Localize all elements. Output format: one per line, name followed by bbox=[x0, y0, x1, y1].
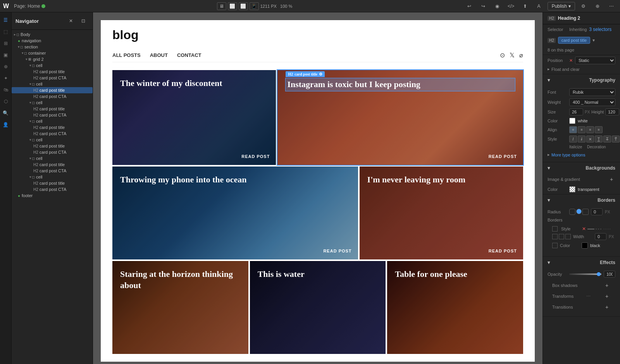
card-room[interactable]: I'm never leaving my room READ POST bbox=[360, 167, 523, 259]
rp-font-select[interactable]: Rubik bbox=[569, 88, 615, 96]
more-btn[interactable]: ⋯ bbox=[606, 1, 617, 12]
close-navigator-btn[interactable]: ✕ bbox=[65, 15, 76, 26]
undo-btn[interactable]: ↩ bbox=[464, 1, 475, 12]
rp-border-sel-horiz[interactable] bbox=[559, 234, 564, 239]
rp-italic-btn[interactable]: I bbox=[569, 136, 577, 143]
rp-strikethrough-btn[interactable]: T bbox=[603, 136, 611, 143]
rp-more-type-link[interactable]: More type options bbox=[551, 153, 585, 157]
rp-size-input[interactable] bbox=[569, 108, 583, 115]
tree-item-cell3-cta[interactable]: H2 card post CTA bbox=[12, 112, 93, 118]
ecommerce-btn[interactable]: A bbox=[534, 1, 544, 12]
card-winter-cta[interactable]: READ POST bbox=[241, 154, 270, 159]
tree-item-cell4-title[interactable]: H2 card post title bbox=[12, 124, 93, 130]
card-room-cta[interactable]: READ POST bbox=[489, 249, 517, 253]
activity-btn[interactable]: ⊕ bbox=[592, 1, 603, 12]
rp-height-input[interactable] bbox=[605, 108, 619, 115]
rp-add-bg-btn[interactable]: + bbox=[608, 175, 615, 183]
rp-selectors-link[interactable]: 3 selectors bbox=[589, 27, 611, 32]
tree-item-cell6-title[interactable]: H2 card post title bbox=[12, 161, 93, 168]
instagram-icon[interactable]: ⊙ bbox=[500, 52, 505, 59]
tree-item-cell7[interactable]: ▾ □ cell bbox=[12, 174, 93, 180]
cms-icon[interactable]: ⊞ bbox=[1, 39, 10, 48]
rp-bg-color-swatch[interactable] bbox=[569, 186, 575, 192]
rp-border-sel-all[interactable] bbox=[552, 234, 558, 239]
rp-underline-btn[interactable]: T bbox=[595, 136, 603, 143]
rp-radius-icon-mixed[interactable] bbox=[582, 209, 589, 215]
tree-item-navigation[interactable]: ● navigation bbox=[12, 38, 93, 44]
rp-transforms-more-btn[interactable]: ⋯ bbox=[586, 294, 591, 299]
rp-position-x[interactable]: ✕ bbox=[569, 58, 573, 63]
tree-item-cell1-title[interactable]: H2 card post title bbox=[12, 69, 93, 75]
rp-selected-class[interactable]: card post title bbox=[558, 37, 590, 44]
desktop-viewport-btn[interactable]: 🖥 bbox=[217, 2, 226, 10]
nav-about[interactable]: ABOUT bbox=[150, 52, 168, 58]
rp-opacity-thumb[interactable] bbox=[597, 272, 601, 276]
rp-color-swatch[interactable] bbox=[569, 118, 575, 124]
canvas-area[interactable]: blog ALL POSTS ABOUT CONTACT ⊙ 𝕏 ⌀ The w… bbox=[93, 12, 542, 364]
rp-add-transition-btn[interactable]: + bbox=[603, 303, 611, 311]
rp-weight-select[interactable]: 400 _ Normal bbox=[569, 98, 615, 106]
rp-effects-header[interactable]: ▾ Effects bbox=[543, 257, 620, 268]
tree-item-cell2[interactable]: ▾ □ cell bbox=[12, 81, 93, 87]
rp-cross-btn[interactable]: ✕ bbox=[586, 136, 594, 143]
tree-item-cell7-cta[interactable]: H2 card post CTA bbox=[12, 186, 93, 192]
ecom-icon[interactable]: 🛍 bbox=[1, 85, 10, 94]
tree-item-cell4-cta[interactable]: H2 card post CTA bbox=[12, 130, 93, 137]
card-instagram[interactable]: H2 card post title ⚙ Instagram is toxic … bbox=[277, 70, 523, 165]
tree-item-cell3[interactable]: ▾ □ cell bbox=[12, 100, 93, 106]
rp-border-box-all[interactable] bbox=[552, 226, 558, 232]
align-left-btn[interactable]: ≡ bbox=[569, 126, 577, 133]
components-icon[interactable]: ⊕ bbox=[1, 62, 10, 71]
rp-border-x-btn[interactable]: ✕ bbox=[582, 226, 586, 232]
navigator-icon[interactable]: ☰ bbox=[1, 15, 10, 25]
align-center-btn[interactable]: ≡ bbox=[578, 126, 586, 133]
tree-item-cell5[interactable]: ▾ □ cell bbox=[12, 137, 93, 143]
share-btn[interactable]: ⬆ bbox=[520, 1, 530, 12]
tree-item-cell5-cta[interactable]: H2 card post CTA bbox=[12, 149, 93, 155]
mobile-viewport-btn[interactable]: 📱 bbox=[250, 2, 259, 10]
rp-radius-icon-all[interactable] bbox=[569, 209, 575, 215]
card-phone[interactable]: Throwing my phone into the ocean READ PO… bbox=[112, 167, 358, 259]
rp-borders-header[interactable]: ▾ Borders bbox=[543, 194, 620, 206]
rp-radius-icon-circle[interactable] bbox=[576, 209, 582, 214]
tree-item-section[interactable]: ▾ □ section bbox=[12, 44, 93, 50]
tree-item-grid2[interactable]: ▾ ⊞ grid 2 bbox=[12, 56, 93, 62]
card-table[interactable]: Table for one please bbox=[387, 261, 523, 354]
tree-item-cell6-cta[interactable]: H2 card post CTA bbox=[12, 168, 93, 174]
tree-item-cell1-cta[interactable]: H2 card post CTA bbox=[12, 75, 93, 81]
rp-border-sel-vert[interactable] bbox=[565, 234, 571, 239]
github-icon[interactable]: ⌀ bbox=[519, 52, 523, 59]
logic-icon[interactable]: ⬡ bbox=[1, 97, 10, 106]
card-winter[interactable]: The winter of my discontent READ POST bbox=[112, 70, 276, 165]
align-justify-btn[interactable]: ≡ bbox=[595, 126, 603, 133]
tree-item-footer[interactable]: ● footer bbox=[12, 192, 93, 199]
rp-radius-input[interactable] bbox=[591, 208, 603, 215]
assets-icon[interactable]: ▣ bbox=[1, 50, 10, 60]
card-phone-cta[interactable]: READ POST bbox=[323, 249, 351, 253]
rp-add-shadow-btn[interactable]: + bbox=[603, 282, 611, 289]
rp-opacity-input[interactable] bbox=[604, 271, 615, 278]
rp-typography-header[interactable]: ▾ Typography bbox=[543, 74, 620, 86]
rp-overline-btn[interactable]: T̄ bbox=[612, 136, 620, 143]
users-icon[interactable]: 👤 bbox=[1, 120, 10, 129]
rp-position-select[interactable]: Static Relative Absolute Fixed Sticky bbox=[575, 57, 615, 64]
rp-backgrounds-header[interactable]: ▾ Backgrounds bbox=[543, 162, 620, 174]
tree-item-body[interactable]: ▸ □ Body bbox=[12, 31, 93, 38]
tree-item-cell1[interactable]: ▾ □ cell bbox=[12, 62, 93, 69]
settings-btn[interactable]: ⚙ bbox=[578, 1, 589, 12]
rp-more-type-chevron[interactable]: ▸ bbox=[548, 152, 550, 157]
tree-item-cell3-title[interactable]: H2 card post title bbox=[12, 106, 93, 112]
rp-border-width-input[interactable] bbox=[595, 233, 606, 240]
interactions-icon[interactable]: ✦ bbox=[1, 74, 10, 83]
align-right-btn[interactable]: ≡ bbox=[586, 126, 594, 133]
nav-contact[interactable]: CONTACT bbox=[177, 52, 202, 58]
twitter-icon[interactable]: 𝕏 bbox=[510, 52, 515, 59]
card-water[interactable]: This is water bbox=[250, 261, 386, 354]
rp-border-dotted-btn[interactable] bbox=[604, 229, 611, 229]
card-horizon[interactable]: Staring at the horizon thinking about bbox=[112, 261, 248, 354]
nav-all-posts[interactable]: ALL POSTS bbox=[112, 52, 141, 58]
tree-item-cell6[interactable]: ▾ □ cell bbox=[12, 155, 93, 161]
rp-border-color-swatch[interactable] bbox=[582, 242, 588, 249]
tree-item-cell7-title[interactable]: H2 card post title bbox=[12, 180, 93, 186]
tree-item-cell2-title[interactable]: H2 card post title bbox=[12, 87, 93, 93]
